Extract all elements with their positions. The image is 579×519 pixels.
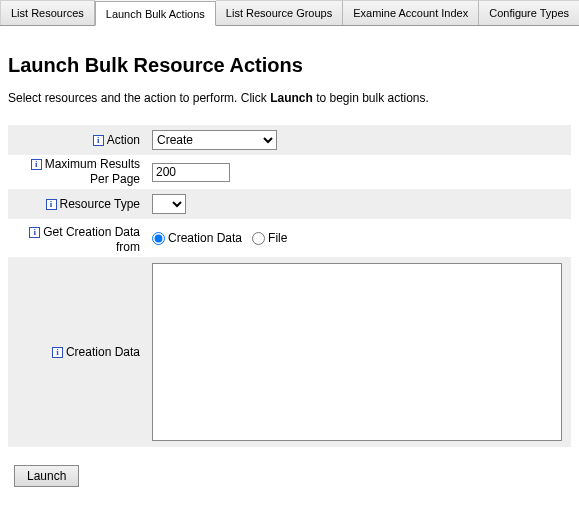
page-title: Launch Bulk Resource Actions: [8, 54, 571, 77]
label-action: Action: [107, 133, 140, 148]
tab-configure-types[interactable]: Configure Types: [479, 0, 579, 25]
intro-text: Select resources and the action to perfo…: [8, 91, 571, 105]
info-icon[interactable]: i: [46, 199, 57, 210]
info-icon[interactable]: i: [52, 347, 63, 358]
tab-launch-bulk-actions[interactable]: Launch Bulk Actions: [95, 1, 216, 26]
info-icon[interactable]: i: [31, 159, 42, 170]
row-max-results: i Maximum Results Per Page: [8, 155, 571, 189]
tab-examine-account-index[interactable]: Examine Account Index: [343, 0, 479, 25]
tab-bar: List Resources Launch Bulk Actions List …: [0, 0, 579, 26]
resource-type-select[interactable]: [152, 194, 186, 214]
max-results-input[interactable]: [152, 163, 230, 182]
action-select[interactable]: Create: [152, 130, 277, 150]
radio-file-label: File: [268, 231, 287, 245]
radio-creation-data-wrap[interactable]: Creation Data: [152, 231, 242, 245]
info-icon[interactable]: i: [93, 135, 104, 146]
launch-button[interactable]: Launch: [14, 465, 79, 487]
radio-file[interactable]: [252, 232, 265, 245]
tab-list-resources[interactable]: List Resources: [0, 0, 95, 25]
label-max-results-1: Maximum Results: [45, 157, 140, 172]
label-getfrom-2: from: [116, 240, 140, 255]
label-max-results-2: Per Page: [90, 172, 140, 187]
row-action: i Action Create: [8, 125, 571, 155]
label-resource-type: Resource Type: [60, 197, 141, 212]
tab-list-resource-groups[interactable]: List Resource Groups: [216, 0, 343, 25]
row-get-creation-data-from: i Get Creation Data from Creation Data F…: [8, 219, 571, 257]
label-getfrom-1: Get Creation Data: [43, 225, 140, 240]
label-creation-data: Creation Data: [66, 345, 140, 360]
row-resource-type: i Resource Type: [8, 189, 571, 219]
radio-creation-data-label: Creation Data: [168, 231, 242, 245]
creation-data-textarea[interactable]: [152, 263, 562, 441]
radio-creation-data[interactable]: [152, 232, 165, 245]
info-icon[interactable]: i: [29, 227, 40, 238]
row-creation-data: i Creation Data: [8, 257, 571, 447]
radio-file-wrap[interactable]: File: [252, 231, 287, 245]
